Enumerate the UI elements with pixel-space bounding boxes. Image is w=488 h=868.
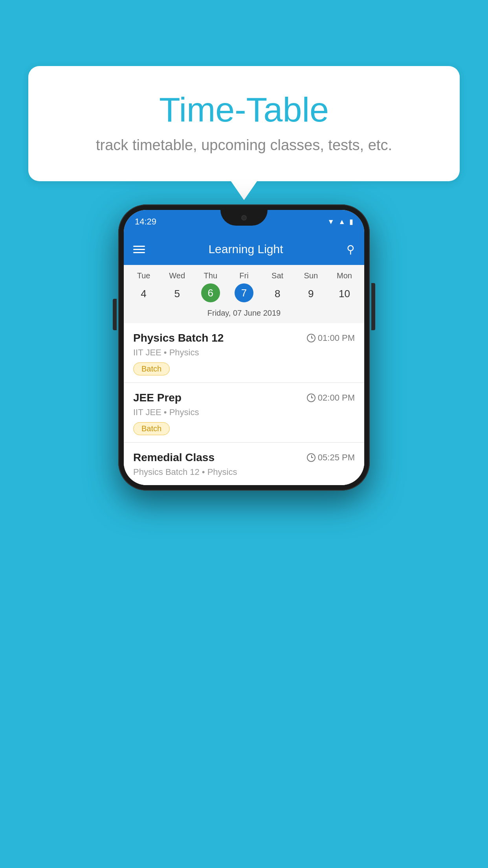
schedule-item-1-sub: IIT JEE • Physics [133,348,355,358]
signal-icon: ▲ [338,218,345,226]
day-6-today[interactable]: 6 [201,283,220,302]
batch-badge-2: Batch [133,422,170,435]
app-title: Learning Light [145,243,347,256]
schedule-item-3-sub: Physics Batch 12 • Physics [133,467,355,477]
status-bar: 14:29 ▼ ▲ ▮ [124,210,364,234]
clock-icon-1 [307,334,316,342]
batch-badge-1: Batch [133,362,170,375]
day-label-fri: Fri [227,271,261,280]
app-header: Learning Light ⚲ [124,234,364,265]
schedule-item-2[interactable]: JEE Prep 02:00 PM IIT JEE • Physics Batc… [124,383,364,443]
wifi-icon: ▼ [327,218,334,226]
day-label-wed: Wed [160,271,194,280]
schedule-item-3[interactable]: Remedial Class 05:25 PM Physics Batch 12… [124,443,364,485]
status-time: 14:29 [135,217,156,227]
schedule-item-3-time: 05:25 PM [307,452,355,463]
day-label-sat: Sat [261,271,294,280]
clock-icon-2 [307,394,316,402]
schedule-list: Physics Batch 12 01:00 PM IIT JEE • Phys… [124,323,364,485]
hamburger-menu[interactable] [133,246,145,253]
schedule-item-3-header: Remedial Class 05:25 PM [133,451,355,464]
day-label-sun: Sun [294,271,328,280]
phone-mockup: 14:29 ▼ ▲ ▮ Learning Light ⚲ [118,204,370,491]
day-label-tue: Tue [127,271,160,280]
day-label-thu: Thu [194,271,227,280]
bubble-subtitle: track timetable, upcoming classes, tests… [44,137,444,154]
schedule-item-1-header: Physics Batch 12 01:00 PM [133,332,355,344]
schedule-item-3-title: Remedial Class [133,451,215,464]
selected-date-label: Friday, 07 June 2019 [124,309,364,323]
schedule-item-1-title: Physics Batch 12 [133,332,224,344]
day-label-mon: Mon [328,271,361,280]
schedule-item-2-title: JEE Prep [133,392,182,404]
phone-screen: 14:29 ▼ ▲ ▮ Learning Light ⚲ [124,210,364,485]
status-icons: ▼ ▲ ▮ [327,217,353,226]
day-5[interactable]: 5 [160,283,194,304]
schedule-item-2-sub: IIT JEE • Physics [133,407,355,417]
speech-bubble: Time-Table track timetable, upcoming cla… [28,66,460,181]
day-9[interactable]: 9 [294,283,328,304]
phone-outer: 14:29 ▼ ▲ ▮ Learning Light ⚲ [118,204,370,491]
schedule-item-2-time: 02:00 PM [307,393,355,403]
schedule-item-2-header: JEE Prep 02:00 PM [133,392,355,404]
schedule-item-1-time: 01:00 PM [307,333,355,343]
schedule-item-1[interactable]: Physics Batch 12 01:00 PM IIT JEE • Phys… [124,323,364,383]
day-numbers: 4 5 6 7 8 9 10 [124,282,364,309]
day-8[interactable]: 8 [261,283,294,304]
day-7-selected[interactable]: 7 [235,283,253,302]
clock-icon-3 [307,453,316,462]
battery-icon: ▮ [349,217,353,226]
notch-cutout [220,210,268,226]
bubble-title: Time-Table [44,90,444,130]
day-10[interactable]: 10 [328,283,361,304]
day-4[interactable]: 4 [127,283,160,304]
search-icon[interactable]: ⚲ [347,243,355,256]
day-labels: Tue Wed Thu Fri Sat Sun Mon [124,265,364,282]
camera-dot [241,215,247,221]
calendar-section: Tue Wed Thu Fri Sat Sun Mon 4 5 6 7 8 9 … [124,265,364,323]
